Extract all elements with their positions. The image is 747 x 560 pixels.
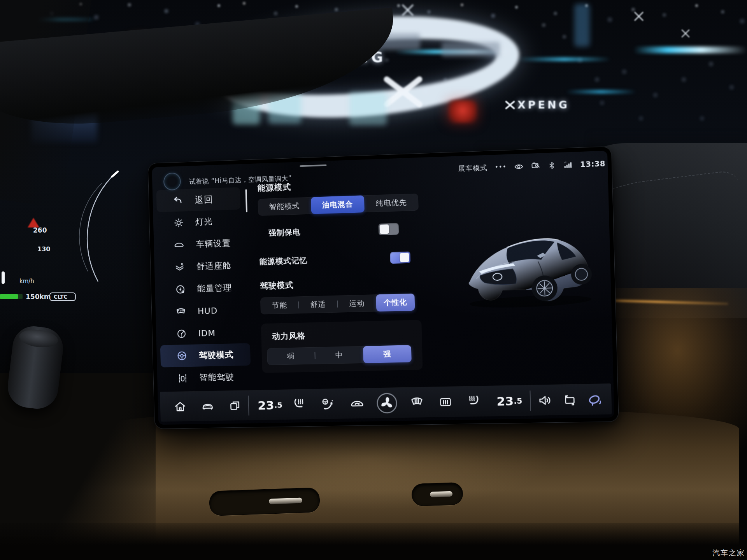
display-car-mode-badge: 展车模式 [458,163,487,173]
vent-handle[interactable] [269,498,302,504]
air-vent[interactable] [209,487,320,516]
drive-option-comfort[interactable]: 舒适 [299,296,337,313]
left-seat-heat-button[interactable] [292,397,306,411]
range-value: 150km [26,293,51,301]
drive-mode-title: 驾驶模式 [260,276,421,291]
screen-rotate-button[interactable] [563,392,577,407]
power-style-title: 动力风格 [261,328,416,342]
eye-icon[interactable] [514,162,523,171]
status-bar-right: 展车模式 ••• [458,159,605,173]
toggle-knob [380,224,389,234]
power-option-strong[interactable]: 强 [363,345,412,363]
apps-button[interactable] [229,399,241,412]
back-icon [172,194,184,206]
apps-icon [229,399,241,412]
lights-icon [173,217,184,228]
home-icon [174,400,187,413]
light-streak [633,47,747,53]
light-streak [517,58,611,61]
sidebar-item-back[interactable]: 返回 [156,187,241,212]
scene: XPENG XPENG 260 [0,0,747,560]
seat-heat-left-icon [292,397,306,411]
drive-mode-segmented: 节能 舒适 运动 个性化 [260,294,415,315]
infotainment-screen: 试着说 “Hi马自达，空调风量调大” 展车模式 ••• [148,146,619,429]
sidebar-item-comfort-cabin[interactable]: 舒适座舱 [158,254,254,278]
right-temperature[interactable]: 23.5 [496,394,523,408]
clock: 13:38 [580,159,606,169]
lower-shadow [0,523,747,560]
energy-management-icon [174,283,186,295]
recirculation-icon [349,396,365,411]
toggle-knob [400,253,409,262]
sidebar-item-energy-management[interactable]: 能量管理 [158,276,254,301]
energy-option-smart[interactable]: 智能模式 [258,197,311,216]
sidebar-item-hud[interactable]: HUD HUD [159,298,255,323]
power-option-medium[interactable]: 中 [315,346,363,364]
fan-button[interactable] [376,392,398,414]
vehicle-preview-image [459,224,599,312]
drive-option-sport[interactable]: 运动 [337,294,376,312]
light-streak [566,90,636,93]
ai-assistant-button[interactable] [587,392,603,407]
volume-button[interactable] [537,393,552,408]
drive-option-custom[interactable]: 个性化 [376,294,415,312]
volume-icon [537,393,552,408]
vehicle-button[interactable] [201,399,215,413]
drive-mode-icon [176,350,188,362]
bottom-dock: 23.5 [160,383,612,422]
sidebar-item-drive-mode[interactable]: 驾驶模式 [160,343,251,367]
red-brand-sign [448,100,477,123]
steering-wheel-heat-icon [321,397,335,411]
signal-icon [563,161,573,169]
air-vent[interactable] [411,482,463,507]
gauge-mid: 130 [37,245,50,253]
lens-flare [633,10,645,23]
more-icon[interactable]: ••• [495,163,507,171]
rear-defrost-icon [438,395,452,409]
power-style-panel: 动力风格 弱 中 强 [261,320,423,373]
voice-assistant-icon[interactable] [163,172,181,191]
drag-handle[interactable] [300,164,326,167]
sidebar-item-smart-driving[interactable]: 智能驾驶 [161,366,256,390]
rear-defrost-button[interactable] [438,395,452,409]
watermark: 汽车之家 [712,548,745,558]
front-defrost-button[interactable] [409,395,424,410]
home-button[interactable] [174,400,187,413]
force-hold-charge-toggle[interactable] [379,223,399,235]
energy-option-hybrid[interactable]: 油电混合 [311,195,365,214]
dock-divider [248,396,249,415]
left-temperature[interactable]: 23.5 [258,398,282,412]
recirculation-button[interactable] [349,396,365,411]
gauge-max: 260 [33,226,47,234]
vent-handle[interactable] [430,491,452,497]
speed-unit: km/h [19,278,34,285]
seat-heat-right-icon [466,394,481,409]
energy-memory-row: 能源模式记忆 [259,248,420,271]
right-seat-heat-button[interactable] [466,394,481,409]
front-defrost-icon [409,395,424,410]
ai-assistant-icon [587,392,603,407]
lens-flare [680,28,691,39]
comfort-cabin-icon [174,261,186,273]
sidebar-item-lights[interactable]: 灯光 [157,209,253,234]
sidebar-item-vehicle-settings[interactable]: 车辆设置 [157,231,253,257]
settings-content: 能源模式 智能模式 油电混合 纯电优先 强制保电 能源模式记忆 驾驶模式 节能 [257,177,423,373]
energy-memory-label: 能源模式记忆 [259,255,307,267]
svg-text:HUD: HUD [177,309,184,312]
bluetooth-icon[interactable] [548,161,556,170]
lens-flare [400,2,416,18]
car-icon [201,399,215,413]
power-option-weak[interactable]: 弱 [267,347,315,365]
neon-sign-blur [349,92,387,125]
energy-option-ev-priority[interactable]: 纯电优先 [364,194,419,213]
dashcam-icon[interactable] [531,161,540,171]
steering-wheel-heat-button[interactable] [321,397,335,411]
instrument-cluster: 260 130 km/h 150km CLTC [0,167,140,331]
xpeng-x-logo-large [383,75,423,108]
fan-icon [376,392,398,414]
energy-memory-toggle[interactable] [390,252,410,264]
sidebar-item-idm[interactable]: IDM [160,321,255,345]
vehicle-settings-icon [173,239,185,250]
drive-option-eco[interactable]: 节能 [260,296,299,314]
force-hold-charge-label: 强制保电 [258,227,301,238]
